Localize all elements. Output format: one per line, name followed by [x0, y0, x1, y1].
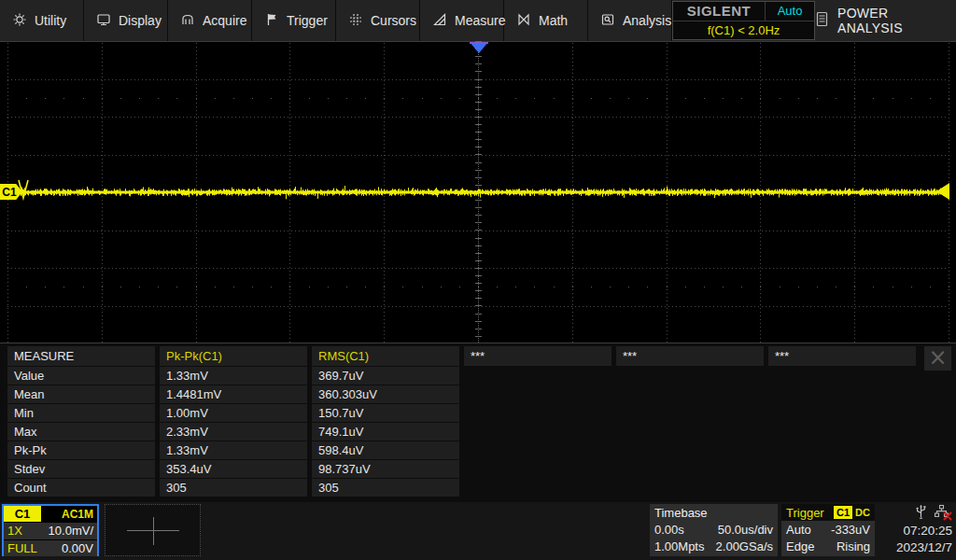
menu-math-label: Math [539, 13, 568, 28]
bottom-status-bar: C1 AC1M 1X 10.0mV/ FULL 0.00V Timebase 0… [0, 502, 956, 560]
channel1-coupling: AC1M [62, 508, 97, 521]
trigger-position-marker[interactable] [470, 42, 488, 53]
measure-column-header-4[interactable]: *** [616, 346, 764, 366]
measure-panel: MEASUREPk-Pk(C1)RMS(C1)********* Value1.… [0, 343, 956, 502]
measure-row-label: Mean [7, 385, 155, 403]
timebase-descriptor-box[interactable]: Timebase 0.00s 50.0us/div 1.00Mpts 2.00G… [650, 504, 778, 556]
measure-empty-cell [464, 460, 612, 478]
system-status-area: 07:20:25 2023/12/7 [878, 504, 952, 556]
trigger-mode: Auto [786, 523, 811, 537]
trigger-level-value: -333uV [831, 523, 870, 537]
menu-utility[interactable]: Utility [0, 0, 84, 41]
table-row: Mean1.4481mV360.303uV [7, 385, 916, 403]
measure-value-cell: 369.7uV [312, 367, 459, 385]
measure-empty-cell [464, 404, 612, 422]
measure-panel-title: MEASURE [7, 346, 155, 366]
measure-value-cell: 1.00mV [160, 404, 307, 422]
channel1-bandwidth: FULL [7, 541, 37, 555]
menu-cursors[interactable]: Cursors [336, 0, 420, 41]
measure-empty-cell [616, 479, 764, 497]
measure-empty-cell [768, 367, 916, 385]
table-row: Stdev353.4uV98.737uV [7, 460, 916, 478]
acquisition-status: Auto [766, 2, 814, 21]
measure-value-cell: 305 [160, 479, 307, 497]
menu-acquire-label: Acquire [203, 13, 246, 28]
menu-utility-label: Utility [35, 13, 66, 28]
timebase-sample-rate: 2.00GSa/s [716, 539, 773, 553]
menu-acquire[interactable]: Acquire [168, 0, 252, 41]
trigger-level-marker[interactable] [936, 183, 949, 200]
table-row: Pk-Pk1.33mV598.4uV [7, 441, 916, 459]
menu-analysis-label: Analysis [623, 13, 671, 28]
channel1-attenuation: 1X [7, 524, 22, 538]
graticule-waveform-canvas[interactable] [0, 41, 956, 343]
math-icon [516, 12, 531, 30]
timebase-title: Timebase [654, 506, 708, 520]
measure-empty-cell [616, 385, 764, 403]
measure-row-label: Min [7, 404, 155, 422]
menu-analysis[interactable]: Analysis [588, 0, 672, 41]
usb-icon [914, 504, 928, 523]
measure-value-cell: 360.303uV [312, 385, 459, 403]
clock-date: 2023/12/7 [878, 539, 952, 555]
measure-value-cell: 1.4481mV [160, 385, 307, 403]
measure-row-label: Pk-Pk [7, 441, 155, 459]
add-channel-placeholder[interactable] [105, 504, 201, 556]
measure-empty-cell [616, 423, 764, 441]
menu-trigger[interactable]: Trigger [252, 0, 336, 41]
trigger-frequency-readout: f(C1) < 2.0Hz [673, 21, 814, 40]
status-logo-box: SIGLENT Auto f(C1) < 2.0Hz [672, 1, 815, 40]
measure-empty-cell [768, 404, 916, 422]
acquire-icon [180, 12, 195, 30]
close-icon[interactable]: × [924, 346, 951, 371]
oscilloscope-screen: Utility Display Acquire Trigger Cursors … [0, 0, 956, 560]
analysis-icon [600, 12, 615, 30]
measure-empty-cell [464, 385, 612, 403]
measure-row-label: Max [7, 423, 155, 441]
measure-column-header-2[interactable]: RMS(C1) [312, 346, 459, 366]
measure-value-cell: 305 [312, 479, 459, 497]
display-icon [96, 12, 111, 30]
measure-empty-cell [616, 460, 764, 478]
timebase-memory-depth: 1.00Mpts [654, 539, 704, 553]
gear-icon [12, 12, 27, 30]
table-row: Count305305 [7, 479, 916, 497]
measure-empty-cell [768, 460, 916, 478]
menu-power-analysis-label: POWER ANALYSIS [837, 6, 956, 35]
menu-math[interactable]: Math [504, 0, 588, 41]
menu-display[interactable]: Display [84, 0, 168, 41]
measure-empty-cell [768, 479, 916, 497]
channel1-scale: 10.0mV/ [49, 524, 93, 538]
measure-value-cell: 598.4uV [312, 441, 459, 459]
menu-measure-label: Measure [455, 13, 505, 28]
measure-value-cell: 1.33mV [160, 441, 307, 459]
channel1-offset-value: 0.00V [62, 541, 93, 555]
table-row: Max2.33mV749.1uV [7, 423, 916, 441]
channel1-descriptor-box[interactable]: C1 AC1M 1X 10.0mV/ FULL 0.00V [2, 504, 99, 556]
menu-power-analysis[interactable]: POWER ANALYSIS [815, 0, 956, 41]
measure-statistics-table: Value1.33mV369.7uVMean1.4481mV360.303uVM… [7, 367, 916, 497]
measure-value-cell: 353.4uV [160, 460, 307, 478]
menu-trigger-label: Trigger [287, 13, 328, 28]
trigger-slope: Rising [836, 539, 870, 553]
measure-row-label: Value [7, 367, 155, 385]
measure-column-header-5[interactable]: *** [768, 346, 916, 366]
menu-measure[interactable]: Measure [420, 0, 504, 41]
measure-empty-cell [616, 441, 764, 459]
measure-empty-cell [464, 441, 612, 459]
measure-value-cell: 749.1uV [312, 423, 459, 441]
measure-column-header-1[interactable]: Pk-Pk(C1) [160, 346, 307, 366]
trigger-descriptor-box[interactable]: Trigger C1 DC Auto -333uV Edge Rising [781, 504, 875, 556]
measure-empty-cell [616, 404, 764, 422]
trigger-source-badge: C1 [834, 506, 852, 519]
measure-value-cell: 150.7uV [312, 404, 459, 422]
measure-icon [432, 12, 447, 30]
measure-value-cell: 2.33mV [160, 423, 307, 441]
document-icon [815, 11, 829, 30]
measure-column-header-3[interactable]: *** [464, 346, 612, 366]
measure-empty-cell [768, 441, 916, 459]
timebase-delay: 0.00s [654, 523, 684, 537]
measure-row-label: Stdev [7, 460, 155, 478]
trigger-coupling-badge: DC [855, 507, 870, 518]
measure-empty-cell [768, 385, 916, 403]
